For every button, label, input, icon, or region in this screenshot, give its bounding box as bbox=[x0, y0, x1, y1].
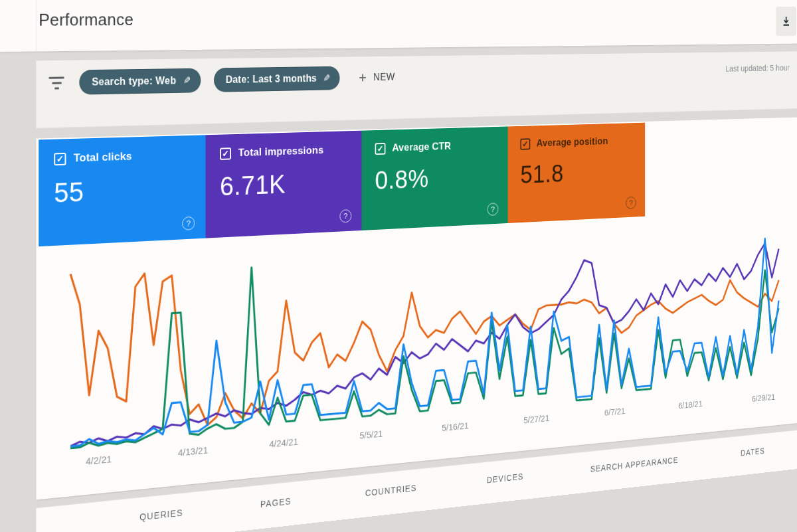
tab-queries[interactable]: QUERIES bbox=[139, 507, 183, 522]
page-title: Performance bbox=[39, 10, 133, 31]
filter-row: Search type: Web ✎ Date: Last 3 months ✎… bbox=[36, 66, 395, 96]
new-filter-label: NEW bbox=[373, 72, 395, 83]
average-position-card[interactable]: ✓ Average position 51.8 ? bbox=[508, 123, 646, 223]
total-clicks-value: 55 bbox=[54, 172, 205, 209]
x-axis-tick-label: 5/5/21 bbox=[359, 428, 383, 441]
card-head: ✓ Average CTR bbox=[375, 138, 508, 155]
card-label: Average position bbox=[537, 135, 608, 149]
tab-countries[interactable]: COUNTRIES bbox=[365, 483, 417, 498]
screen: Performance Search type: Web ✎ Date: Las… bbox=[0, 0, 797, 532]
new-filter-button[interactable]: + NEW bbox=[359, 70, 395, 85]
card-head: ✓ Average position bbox=[520, 134, 645, 150]
filter-bar: Search type: Web ✎ Date: Last 3 months ✎… bbox=[36, 51, 797, 128]
tab-dates[interactable]: DATES bbox=[741, 446, 764, 458]
x-axis-tick-label: 6/7/21 bbox=[604, 406, 625, 418]
tab-devices[interactable]: DEVICES bbox=[487, 472, 523, 485]
search-console-performance-page: Performance Search type: Web ✎ Date: Las… bbox=[0, 0, 797, 532]
total-clicks-card[interactable]: ✓ Total clicks 55 ? bbox=[39, 135, 205, 246]
series-line bbox=[70, 234, 779, 437]
edit-pencil-icon: ✎ bbox=[323, 72, 331, 84]
help-icon[interactable]: ? bbox=[626, 197, 636, 209]
average-position-value: 51.8 bbox=[520, 156, 645, 189]
header: Performance bbox=[0, 0, 797, 52]
tab-pages[interactable]: PAGES bbox=[260, 496, 291, 509]
total-impressions-card[interactable]: ✓ Total impressions 6.71K ? bbox=[206, 131, 362, 238]
date-range-chip[interactable]: Date: Last 3 months ✎ bbox=[214, 66, 340, 92]
help-icon[interactable]: ? bbox=[487, 203, 499, 216]
checked-checkbox-icon[interactable]: ✓ bbox=[520, 138, 530, 149]
series-line bbox=[70, 238, 779, 448]
search-type-chip[interactable]: Search type: Web ✎ bbox=[79, 68, 201, 95]
line-chart-svg bbox=[36, 218, 797, 475]
checked-checkbox-icon[interactable]: ✓ bbox=[54, 152, 66, 165]
search-type-chip-label: Search type: Web bbox=[92, 75, 176, 88]
help-icon[interactable]: ? bbox=[182, 217, 195, 230]
card-label: Total impressions bbox=[238, 144, 324, 159]
edit-pencil-icon: ✎ bbox=[183, 75, 191, 87]
date-range-chip-label: Date: Last 3 months bbox=[226, 73, 317, 86]
plus-icon: + bbox=[359, 70, 367, 85]
last-updated-text: Last updated: 5 hour bbox=[725, 61, 797, 73]
card-head: ✓ Total impressions bbox=[220, 143, 361, 160]
card-head: ✓ Total clicks bbox=[54, 147, 205, 165]
card-label: Average CTR bbox=[392, 140, 451, 154]
tab-search-appearance[interactable]: SEARCH APPEARANCE bbox=[590, 455, 678, 474]
header-divider bbox=[36, 0, 37, 51]
download-button[interactable] bbox=[776, 7, 796, 36]
average-ctr-card[interactable]: ✓ Average CTR 0.8% ? bbox=[361, 126, 507, 230]
checked-checkbox-icon[interactable]: ✓ bbox=[375, 143, 386, 155]
checked-checkbox-icon[interactable]: ✓ bbox=[220, 147, 231, 160]
download-icon bbox=[782, 16, 791, 27]
average-ctr-value: 0.8% bbox=[375, 161, 508, 196]
card-label: Total clicks bbox=[74, 150, 132, 165]
filter-icon[interactable] bbox=[48, 76, 66, 89]
help-icon[interactable]: ? bbox=[339, 209, 351, 222]
metric-cards: ✓ Total clicks 55 ? ✓ Total impressions … bbox=[39, 123, 645, 246]
total-impressions-value: 6.71K bbox=[220, 166, 361, 202]
